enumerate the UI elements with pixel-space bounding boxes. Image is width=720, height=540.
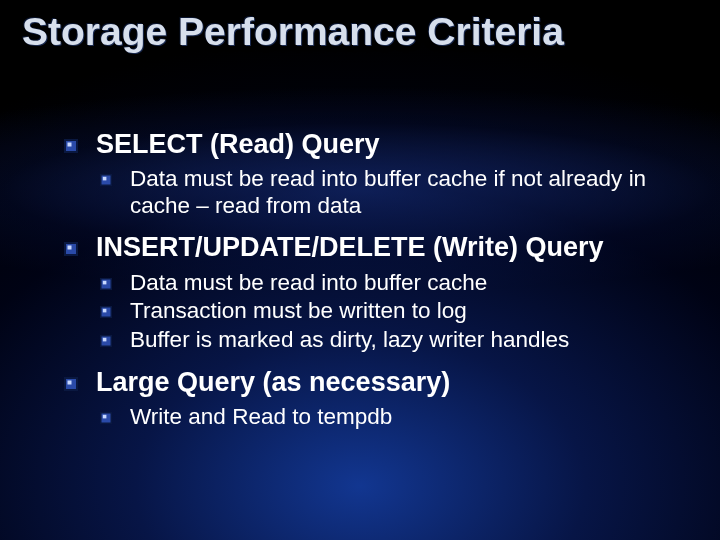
svg-rect-8 — [68, 246, 72, 250]
svg-rect-17 — [103, 338, 107, 342]
bullet-icon — [100, 335, 112, 347]
bullet-icon — [64, 242, 78, 256]
list-item: Transaction must be written to log — [100, 298, 690, 325]
bullet-icon — [64, 139, 78, 153]
item-text: Write and Read to tempdb — [130, 404, 392, 429]
section-1: INSERT/UPDATE/DELETE (Write) Query Data … — [64, 231, 690, 353]
section-2: Large Query (as necessary) Write and Rea… — [64, 366, 690, 431]
section-heading: INSERT/UPDATE/DELETE (Write) Query — [64, 231, 690, 263]
heading-text: SELECT (Read) Query — [96, 129, 380, 159]
item-text: Buffer is marked as dirty, lazy writer h… — [130, 327, 569, 352]
slide-content: SELECT (Read) Query Data must be read in… — [64, 128, 690, 442]
list-item: Write and Read to tempdb — [100, 404, 690, 431]
bullet-icon — [100, 306, 112, 318]
slide-title: Storage Performance Criteria — [22, 10, 564, 54]
heading-text: Large Query (as necessary) — [96, 367, 450, 397]
list-item: Data must be read into buffer cache — [100, 270, 690, 297]
svg-rect-5 — [103, 177, 107, 181]
bullet-icon — [100, 174, 112, 186]
svg-rect-14 — [103, 309, 107, 313]
bullet-icon — [64, 377, 78, 391]
slide: Storage Performance Criteria SELECT (Rea… — [0, 0, 720, 540]
bullet-icon — [100, 412, 112, 424]
svg-rect-2 — [68, 143, 72, 147]
bullet-icon — [100, 278, 112, 290]
item-text: Data must be read into buffer cache — [130, 270, 487, 295]
heading-text: INSERT/UPDATE/DELETE (Write) Query — [96, 232, 604, 262]
item-text: Data must be read into buffer cache if n… — [130, 166, 646, 218]
svg-rect-11 — [103, 281, 107, 285]
svg-rect-23 — [103, 415, 107, 419]
section-heading: SELECT (Read) Query — [64, 128, 690, 160]
list-item: Buffer is marked as dirty, lazy writer h… — [100, 327, 690, 354]
section-heading: Large Query (as necessary) — [64, 366, 690, 398]
list-item: Data must be read into buffer cache if n… — [100, 166, 690, 219]
item-text: Transaction must be written to log — [130, 298, 467, 323]
svg-rect-20 — [68, 380, 72, 384]
section-0: SELECT (Read) Query Data must be read in… — [64, 128, 690, 219]
